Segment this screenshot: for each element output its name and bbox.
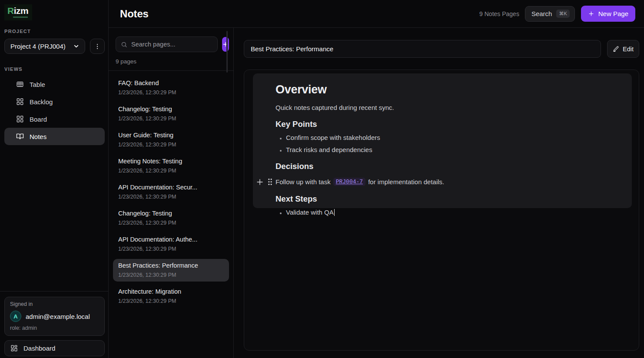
pages-scrollbar-thumb[interactable] bbox=[226, 31, 228, 73]
page-item-timestamp: 1/23/2026, 12:30:29 PM bbox=[118, 90, 224, 96]
brand-logo-text: Rizm bbox=[7, 6, 28, 16]
dashboard-icon bbox=[10, 345, 18, 352]
project-select[interactable]: Project 4 (PRJ004) bbox=[4, 39, 85, 54]
notes-pages-count: 9 Notes Pages bbox=[479, 10, 519, 17]
page-item-timestamp: 1/23/2026, 12:30:29 PM bbox=[118, 220, 224, 226]
page-list-item[interactable]: API Documentation: Secur... 1/23/2026, 1… bbox=[113, 181, 229, 203]
pages-search-box bbox=[116, 36, 218, 52]
page-list-item[interactable]: Meeting Notes: Testing 1/23/2026, 12:30:… bbox=[113, 155, 229, 177]
page-item-timestamp: 1/23/2026, 12:30:29 PM bbox=[118, 272, 224, 278]
signed-in-email: admin@example.local bbox=[26, 313, 90, 320]
grid-icon bbox=[16, 115, 24, 123]
pages-search-row bbox=[116, 36, 226, 52]
key-points-heading: Key Points bbox=[276, 119, 621, 129]
search-button[interactable]: Search ⌘K bbox=[525, 6, 575, 22]
decision-text-before: Follow up with task bbox=[276, 178, 331, 186]
insert-block-plus-icon[interactable] bbox=[256, 178, 264, 186]
next-steps-list: Validate with QA bbox=[276, 209, 621, 216]
key-point-item: Track risks and dependencies bbox=[286, 146, 621, 153]
task-link[interactable]: PRJ004-7 bbox=[333, 178, 365, 186]
new-page-button-label: New Page bbox=[598, 10, 628, 17]
chevron-down-icon bbox=[73, 43, 80, 50]
page-item-timestamp: 1/23/2026, 12:30:29 PM bbox=[118, 116, 224, 122]
next-step-item[interactable]: Validate with QA bbox=[286, 209, 621, 216]
page-list-item[interactable]: Changelog: Testing 1/23/2026, 12:30:29 P… bbox=[113, 103, 229, 125]
project-select-value: Project 4 (PRJ004) bbox=[10, 43, 66, 50]
page-item-title: Changelog: Testing bbox=[118, 210, 224, 217]
pages-count: 9 pages bbox=[116, 58, 226, 65]
note-heading: Overview bbox=[276, 83, 621, 96]
decision-text-after: for implementation details. bbox=[368, 178, 444, 186]
note-title-row: Edit bbox=[244, 40, 639, 58]
note-title-input[interactable] bbox=[244, 40, 601, 58]
grid-icon bbox=[16, 98, 24, 106]
sidebar-item-label: Backlog bbox=[30, 98, 53, 106]
decision-block: Follow up with task PRJ004-7 for impleme… bbox=[276, 178, 621, 186]
project-section-label: PROJECT bbox=[4, 29, 105, 34]
page-item-title: Changelog: Testing bbox=[118, 106, 224, 113]
page-item-timestamp: 1/23/2026, 12:30:29 PM bbox=[118, 246, 224, 252]
text-caret bbox=[334, 209, 335, 216]
pages-panel-header: 9 pages bbox=[109, 28, 233, 71]
new-page-button[interactable]: New Page bbox=[581, 6, 635, 22]
search-icon bbox=[121, 41, 127, 48]
brand-logo-tagline-bar bbox=[13, 17, 28, 18]
page-item-timestamp: 1/23/2026, 12:30:29 PM bbox=[118, 194, 224, 200]
sidebar-item-label: Table bbox=[30, 81, 45, 88]
decisions-heading: Decisions bbox=[276, 162, 621, 171]
edit-button-label: Edit bbox=[623, 46, 634, 53]
sidebar-item-backlog[interactable]: Backlog bbox=[4, 93, 105, 110]
page-item-title: Best Practices: Performance bbox=[118, 262, 224, 269]
pages-list: FAQ: Backend 1/23/2026, 12:30:29 PM Chan… bbox=[109, 71, 233, 358]
project-menu-button[interactable] bbox=[90, 39, 105, 54]
dashboard-button[interactable]: Dashboard bbox=[4, 340, 105, 356]
signed-in-label: Signed in bbox=[10, 301, 99, 307]
search-shortcut-kbd: ⌘K bbox=[556, 10, 569, 18]
page-item-title: FAQ: Backend bbox=[118, 80, 224, 86]
page-item-timestamp: 1/23/2026, 12:30:29 PM bbox=[118, 142, 224, 148]
sidebar-item-board[interactable]: Board bbox=[4, 110, 105, 128]
plus-icon bbox=[222, 41, 229, 48]
sidebar-item-notes[interactable]: Notes bbox=[4, 128, 105, 145]
page-item-title: API Documentation: Authe... bbox=[118, 236, 224, 243]
pencil-icon bbox=[613, 46, 619, 52]
views-nav: Table Backlog Board Notes bbox=[4, 76, 105, 145]
page-item-timestamp: 1/23/2026, 12:30:29 PM bbox=[118, 168, 224, 174]
page-list-item[interactable]: User Guide: Testing 1/23/2026, 12:30:29 … bbox=[113, 129, 229, 151]
signed-in-role: role: admin bbox=[10, 325, 99, 331]
project-row: Project 4 (PRJ004) bbox=[4, 39, 105, 54]
edit-button[interactable]: Edit bbox=[607, 40, 639, 58]
search-pages-input[interactable] bbox=[131, 41, 212, 48]
note-content-card: Overview Quick notes captured during rec… bbox=[253, 73, 632, 208]
page-list-item[interactable]: FAQ: Backend 1/23/2026, 12:30:29 PM bbox=[113, 76, 229, 99]
key-points-list: Confirm scope with stakeholders Track ri… bbox=[276, 134, 621, 153]
page-list-item[interactable]: Architecture: Migration 1/23/2026, 12:30… bbox=[113, 285, 229, 308]
signed-in-row: A admin@example.local bbox=[10, 311, 99, 322]
page-list-item[interactable]: API Documentation: Authe... 1/23/2026, 1… bbox=[113, 233, 229, 255]
page-item-timestamp: 1/23/2026, 12:30:29 PM bbox=[118, 298, 224, 304]
page-item-title: Meeting Notes: Testing bbox=[118, 158, 224, 165]
page-item-title: Architecture: Migration bbox=[118, 288, 224, 295]
drag-handle-icon[interactable] bbox=[267, 178, 273, 186]
page-item-title: User Guide: Testing bbox=[118, 132, 224, 139]
add-page-button[interactable] bbox=[222, 37, 229, 52]
kebab-icon bbox=[94, 43, 101, 50]
sidebar-item-table[interactable]: Table bbox=[4, 76, 105, 93]
block-hover-controls bbox=[256, 178, 273, 186]
dashboard-button-label: Dashboard bbox=[23, 345, 55, 352]
note-main: Edit Overview Quick notes captured durin… bbox=[234, 28, 644, 358]
sidebar-spacer bbox=[4, 145, 105, 291]
body-row: 9 pages FAQ: Backend 1/23/2026, 12:30:29… bbox=[109, 28, 644, 358]
sidebar-divider bbox=[0, 291, 108, 292]
page-list-item-selected[interactable]: Best Practices: Performance 1/23/2026, 1… bbox=[113, 259, 229, 282]
app-root: Rizm PROJECT Project 4 (PRJ004) VIEWS Ta… bbox=[0, 0, 644, 358]
book-open-icon bbox=[16, 133, 24, 140]
search-button-label: Search bbox=[531, 10, 552, 17]
note-intro: Quick notes captured during recent sync. bbox=[276, 104, 621, 111]
page-title: Notes bbox=[120, 8, 149, 20]
note-editor: Overview Quick notes captured during rec… bbox=[244, 70, 639, 351]
sidebar: Rizm PROJECT Project 4 (PRJ004) VIEWS Ta… bbox=[0, 0, 109, 358]
page-list-item[interactable]: Changelog: Testing 1/23/2026, 12:30:29 P… bbox=[113, 207, 229, 229]
table-icon bbox=[16, 80, 24, 88]
sidebar-item-label: Notes bbox=[30, 133, 46, 140]
